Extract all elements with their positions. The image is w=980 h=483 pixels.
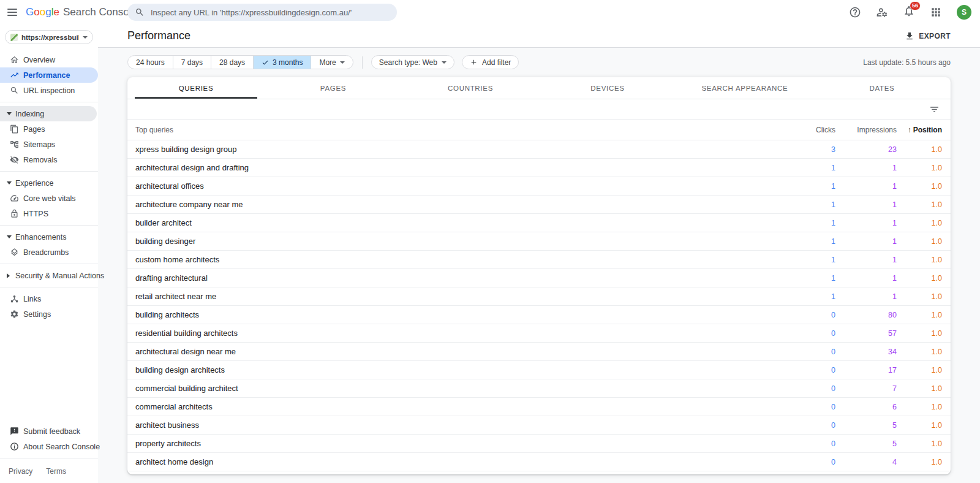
date-range-more-button[interactable]: More (311, 56, 352, 69)
impressions-cell: 34 (840, 348, 902, 356)
sidebar-section-enhancements[interactable]: Enhancements (0, 229, 98, 245)
position-cell: 1.0 (902, 439, 951, 448)
help-icon[interactable] (849, 6, 861, 18)
search-icon (135, 7, 145, 17)
query-cell: retail architect near me (127, 292, 788, 301)
page-title: Performance (127, 29, 190, 42)
sidebar-section-indexing[interactable]: Indexing (0, 106, 97, 121)
sidebar-section-security-manual-actions[interactable]: Security & Manual Actions (0, 268, 98, 283)
table-body: xpress building design group 3 23 1.0 ar… (127, 140, 951, 471)
table-row[interactable]: custom home architects 1 1 1.0 (127, 251, 951, 269)
tab-dates[interactable]: DATES (813, 77, 951, 99)
add-filter-button[interactable]: Add filter (462, 55, 519, 69)
impressions-cell: 1 (840, 274, 902, 283)
table-row[interactable]: building desinger 1 1 1.0 (127, 232, 951, 251)
query-cell: custom home architects (127, 255, 788, 264)
clicks-cell: 1 (788, 274, 840, 283)
table-row[interactable]: architecture company near me 1 1 1.0 (127, 196, 951, 214)
search-type-filter[interactable]: Search type: Web (371, 55, 454, 69)
query-cell: xpress building design group (127, 145, 788, 154)
sidebar-item-links[interactable]: Links (0, 291, 98, 306)
table-row[interactable]: commercial architects 0 6 1.0 (127, 398, 951, 416)
column-header-clicks[interactable]: Clicks (788, 126, 840, 134)
property-selector[interactable]: https://xpressbuildingd... (5, 30, 93, 44)
sidebar-item-pages[interactable]: Pages (0, 121, 98, 137)
sidebar-section-experience[interactable]: Experience (0, 175, 98, 191)
date-range-chip-3-months[interactable]: 3 months (253, 56, 311, 69)
sidebar-item-sitemaps[interactable]: Sitemaps (0, 137, 98, 152)
sidebar-item-https[interactable]: HTTPS (0, 206, 98, 221)
table-row[interactable]: building architects 0 80 1.0 (127, 306, 951, 324)
privacy-link[interactable]: Privacy (9, 467, 32, 476)
position-cell: 1.0 (902, 182, 951, 191)
table-toolbar (127, 99, 951, 120)
search-icon (10, 86, 19, 95)
url-inspect-input[interactable] (151, 8, 390, 17)
clicks-cell: 1 (788, 219, 840, 227)
column-header-top-queries: Top queries (127, 126, 788, 134)
date-range-chip-7-days[interactable]: 7 days (173, 56, 211, 69)
query-cell: residential building architects (127, 329, 788, 338)
caret-icon (7, 235, 12, 238)
sidebar-item-performance[interactable]: Performance (0, 67, 98, 83)
table-row[interactable]: property architects 0 5 1.0 (127, 435, 951, 453)
date-range-chip-28-days[interactable]: 28 days (211, 56, 253, 69)
tab-queries[interactable]: QUERIES (127, 77, 265, 99)
impressions-cell: 4 (840, 458, 902, 466)
avatar[interactable]: S (957, 5, 971, 20)
property-label: https://xpressbuildingd... (21, 34, 79, 41)
table-row[interactable]: architectural design near me 0 34 1.0 (127, 343, 951, 361)
clicks-cell: 0 (788, 421, 840, 430)
sort-ascending-icon: ↑ (908, 126, 911, 134)
table-row[interactable]: architect business 0 5 1.0 (127, 416, 951, 435)
export-button[interactable]: EXPORT (905, 31, 951, 41)
table-row[interactable]: commercial building architect 0 7 1.0 (127, 379, 951, 398)
tab-devices[interactable]: DEVICES (539, 77, 676, 99)
table-row[interactable]: architect home design 0 4 1.0 (127, 453, 951, 471)
date-range-chip-24-hours[interactable]: 24 hours (128, 56, 173, 69)
position-cell: 1.0 (902, 366, 951, 375)
impressions-cell: 1 (840, 182, 902, 191)
clicks-cell: 0 (788, 403, 840, 411)
query-cell: building design architects (127, 365, 788, 375)
position-cell: 1.0 (902, 200, 951, 209)
query-cell: builder architect (127, 218, 788, 227)
submit-feedback-button[interactable]: Submit feedback (0, 424, 98, 439)
sidebar-item-settings[interactable]: Settings (0, 306, 98, 322)
table-row[interactable]: drafting architectural 1 1 1.0 (127, 269, 951, 287)
table-row[interactable]: builder architect 1 1 1.0 (127, 214, 951, 232)
table-row[interactable]: retail architect near me 1 1 1.0 (127, 287, 951, 306)
tab-countries[interactable]: COUNTRIES (402, 77, 539, 99)
apps-grid-icon[interactable] (930, 6, 942, 18)
sidebar-item-url-inspection[interactable]: URL inspection (0, 83, 98, 98)
links-icon (10, 294, 19, 303)
position-cell: 1.0 (902, 421, 951, 430)
query-cell: architecture company near me (127, 200, 788, 209)
table-row[interactable]: architectural offices 1 1 1.0 (127, 177, 951, 196)
table-row[interactable]: architectural design and drafting 1 1 1.… (127, 159, 951, 177)
column-header-impressions[interactable]: Impressions (840, 126, 902, 134)
url-inspect-searchbar[interactable] (127, 4, 397, 21)
https-icon (10, 209, 19, 218)
tab-search-appearance[interactable]: SEARCH APPEARANCE (676, 77, 813, 99)
tab-pages[interactable]: PAGES (265, 77, 402, 99)
chevron-down-icon (83, 36, 88, 39)
filter-list-icon[interactable] (929, 104, 940, 115)
manage-users-icon[interactable] (876, 6, 888, 18)
sidebar-item-core-web-vitals[interactable]: Core web vitals (0, 191, 98, 206)
notifications-button[interactable]: 56 (903, 5, 915, 20)
hamburger-menu-icon[interactable] (0, 0, 24, 25)
impressions-cell: 80 (840, 311, 902, 319)
table-row[interactable]: building design architects 0 17 1.0 (127, 361, 951, 379)
column-header-position[interactable]: ↑ Position (902, 126, 951, 134)
table-row[interactable]: xpress building design group 3 23 1.0 (127, 140, 951, 159)
about-search-console-button[interactable]: About Search Console (0, 439, 98, 454)
sidebar-item-breadcrumbs[interactable]: Breadcrumbs (0, 245, 98, 260)
position-cell: 1.0 (902, 145, 951, 154)
table-row[interactable]: residential building architects 0 57 1.0 (127, 324, 951, 343)
impressions-cell: 1 (840, 164, 902, 172)
terms-link[interactable]: Terms (46, 467, 66, 476)
clicks-cell: 0 (788, 329, 840, 338)
sidebar-item-removals[interactable]: Removals (0, 152, 98, 167)
sidebar-item-overview[interactable]: Overview (0, 52, 98, 67)
